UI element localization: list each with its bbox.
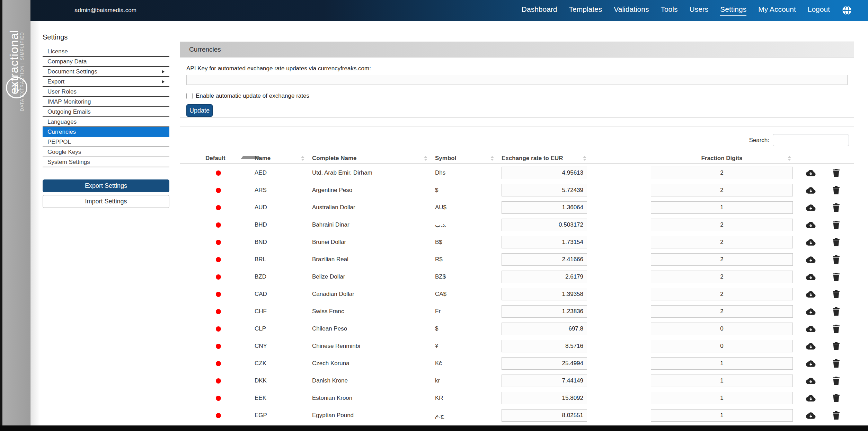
cloud-download-icon[interactable]: [806, 308, 816, 316]
trash-icon[interactable]: [832, 359, 840, 368]
exchange-rate-input[interactable]: [502, 392, 587, 404]
nav-link-validations[interactable]: Validations: [614, 5, 649, 16]
fraction-digits-input[interactable]: [651, 288, 793, 300]
exchange-rate-input[interactable]: [502, 236, 587, 248]
update-button[interactable]: Update: [186, 104, 213, 117]
default-indicator-dot[interactable]: [216, 361, 221, 366]
api-key-input[interactable]: [186, 75, 848, 85]
trash-icon[interactable]: [832, 307, 840, 316]
trash-icon[interactable]: [832, 169, 840, 177]
exchange-rate-input[interactable]: [502, 219, 587, 231]
default-indicator-dot[interactable]: [216, 188, 221, 193]
sidebar-item-imap-monitoring[interactable]: IMAP Monitoring: [43, 97, 169, 107]
export-settings-button[interactable]: Export Settings: [43, 179, 169, 192]
cloud-download-icon[interactable]: [806, 412, 816, 420]
sidebar-item-export[interactable]: Export: [43, 77, 169, 87]
default-indicator-dot[interactable]: [216, 344, 221, 349]
exchange-rate-input[interactable]: [502, 201, 587, 214]
fraction-digits-input[interactable]: [651, 253, 793, 266]
exchange-rate-input[interactable]: [502, 253, 587, 266]
sidebar-item-system-settings[interactable]: System Settings: [43, 157, 169, 167]
fraction-digits-input[interactable]: [651, 340, 793, 352]
default-indicator-dot[interactable]: [216, 309, 221, 314]
fraction-digits-input[interactable]: [651, 271, 793, 283]
fraction-digits-input[interactable]: [651, 323, 793, 335]
fraction-digits-input[interactable]: [651, 357, 793, 370]
fraction-digits-input[interactable]: [651, 305, 793, 318]
cloud-download-icon[interactable]: [806, 325, 816, 333]
cloud-download-icon[interactable]: [806, 169, 816, 177]
cloud-download-icon[interactable]: [806, 377, 816, 385]
fraction-digits-input[interactable]: [651, 167, 793, 179]
trash-icon[interactable]: [832, 411, 840, 420]
column-header-name[interactable]: Name: [255, 153, 312, 164]
trash-icon[interactable]: [832, 342, 840, 350]
default-indicator-dot[interactable]: [216, 274, 221, 280]
search-input[interactable]: [773, 134, 849, 146]
trash-icon[interactable]: [832, 255, 840, 264]
default-indicator-dot[interactable]: [216, 396, 221, 401]
cloud-download-icon[interactable]: [806, 273, 816, 281]
nav-link-templates[interactable]: Templates: [569, 5, 602, 16]
column-header-symbol[interactable]: Symbol: [435, 153, 502, 164]
nav-link-tools[interactable]: Tools: [661, 5, 677, 16]
exchange-rate-input[interactable]: [502, 305, 587, 318]
trash-icon[interactable]: [832, 394, 840, 402]
sidebar-item-company-data[interactable]: Company Data: [43, 57, 169, 67]
fraction-digits-input[interactable]: [651, 219, 793, 231]
sidebar-item-languages[interactable]: Languages: [43, 117, 169, 127]
fraction-digits-input[interactable]: [651, 375, 793, 387]
exchange-rate-input[interactable]: [502, 357, 587, 370]
nav-link-settings[interactable]: Settings: [720, 5, 746, 16]
exchange-rate-input[interactable]: [502, 340, 587, 352]
column-header-fraction-digits[interactable]: Fraction Digits: [651, 153, 793, 164]
default-indicator-dot[interactable]: [216, 292, 221, 297]
default-indicator-dot[interactable]: [216, 205, 221, 210]
fraction-digits-input[interactable]: [651, 409, 793, 422]
sidebar-item-currencies[interactable]: Currencies: [43, 127, 169, 137]
trash-icon[interactable]: [832, 186, 840, 194]
exchange-rate-input[interactable]: [502, 375, 587, 387]
trash-icon[interactable]: [832, 221, 840, 229]
trash-icon[interactable]: [832, 377, 840, 385]
fraction-digits-input[interactable]: [651, 201, 793, 214]
nav-link-my-account[interactable]: My Account: [758, 5, 796, 16]
nav-link-users[interactable]: Users: [689, 5, 708, 16]
column-header-default[interactable]: Default: [189, 153, 255, 164]
default-indicator-dot[interactable]: [216, 170, 221, 176]
cloud-download-icon[interactable]: [806, 204, 816, 212]
trash-icon[interactable]: [832, 290, 840, 298]
fraction-digits-input[interactable]: [651, 392, 793, 404]
trash-icon[interactable]: [832, 238, 840, 246]
cloud-download-icon[interactable]: [806, 256, 816, 264]
column-header-exchange-rate[interactable]: Exchange rate to EUR: [502, 153, 651, 164]
default-indicator-dot[interactable]: [216, 326, 221, 332]
exchange-rate-input[interactable]: [502, 288, 587, 300]
column-header-complete-name[interactable]: Complete Name: [312, 153, 435, 164]
language-globe-button[interactable]: [842, 5, 852, 16]
cloud-download-icon[interactable]: [806, 394, 816, 402]
default-indicator-dot[interactable]: [216, 378, 221, 384]
trash-icon[interactable]: [832, 325, 840, 333]
cloud-download-icon[interactable]: [806, 290, 816, 298]
exchange-rate-input[interactable]: [502, 184, 587, 196]
cloud-download-icon[interactable]: [806, 360, 816, 368]
sidebar-item-user-roles[interactable]: User Roles: [43, 87, 169, 97]
trash-icon[interactable]: [832, 273, 840, 281]
default-indicator-dot[interactable]: [216, 240, 221, 245]
nav-link-dashboard[interactable]: Dashboard: [522, 5, 557, 16]
trash-icon[interactable]: [832, 203, 840, 212]
exchange-rate-input[interactable]: [502, 167, 587, 179]
cloud-download-icon[interactable]: [806, 221, 816, 229]
sidebar-item-peppol[interactable]: PEPPOL: [43, 137, 169, 147]
exchange-rate-input[interactable]: [502, 323, 587, 335]
import-settings-button[interactable]: Import Settings: [43, 195, 169, 208]
exchange-rate-input[interactable]: [502, 271, 587, 283]
exchange-rate-input[interactable]: [502, 409, 587, 422]
auto-update-checkbox[interactable]: [186, 93, 193, 99]
cloud-download-icon[interactable]: [806, 238, 816, 246]
sidebar-item-license[interactable]: License: [43, 47, 169, 57]
sidebar-item-document-settings[interactable]: Document Settings: [43, 67, 169, 77]
cloud-download-icon[interactable]: [806, 186, 816, 194]
nav-link-logout[interactable]: Logout: [808, 5, 830, 16]
